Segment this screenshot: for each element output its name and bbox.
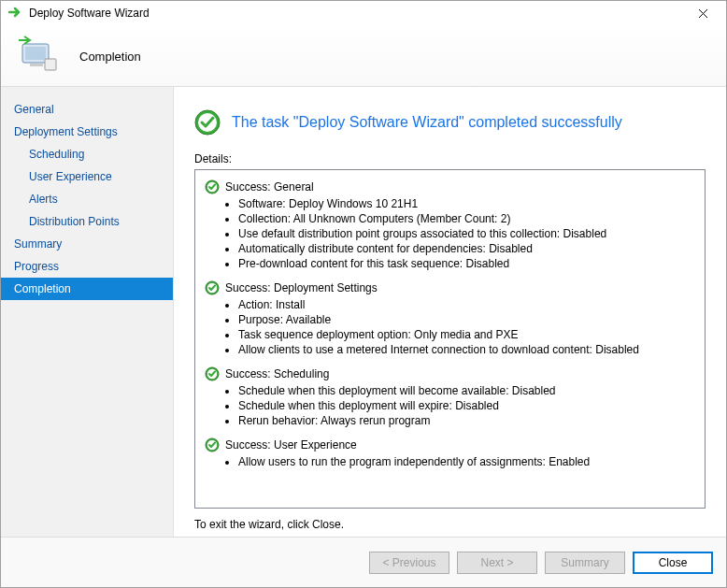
previous-button: < Previous bbox=[369, 552, 449, 574]
details-section: Success: User ExperienceAllow users to r… bbox=[205, 437, 695, 469]
section-item: Task sequence deployment option: Only me… bbox=[238, 327, 695, 342]
section-title-text: Success: Scheduling bbox=[225, 366, 329, 381]
success-check-icon bbox=[205, 179, 220, 194]
sidebar-item-general[interactable]: General bbox=[1, 98, 173, 121]
svg-rect-3 bbox=[30, 64, 43, 66]
section-item: Automatically distribute content for dep… bbox=[238, 241, 695, 256]
section-items: Allow users to run the program independe… bbox=[238, 454, 695, 469]
details-section: Success: GeneralSoftware: Deploy Windows… bbox=[205, 179, 695, 271]
section-item: Rerun behavior: Always rerun program bbox=[238, 413, 695, 428]
success-check-icon bbox=[194, 109, 221, 136]
section-item: Collection: All Unknown Computers (Membe… bbox=[238, 211, 695, 226]
section-item: Schedule when this deployment will expir… bbox=[238, 398, 695, 413]
section-items: Software: Deploy Windows 10 21H1Collecti… bbox=[238, 196, 695, 271]
section-items: Action: InstallPurpose: AvailableTask se… bbox=[238, 297, 695, 357]
section-items: Schedule when this deployment will becom… bbox=[238, 383, 695, 428]
nav-sidebar: GeneralDeployment SettingsSchedulingUser… bbox=[1, 87, 174, 537]
success-check-icon bbox=[205, 437, 220, 452]
svg-rect-1 bbox=[25, 47, 46, 60]
details-section: Success: Deployment SettingsAction: Inst… bbox=[205, 280, 695, 357]
section-item: Allow clients to use a metered Internet … bbox=[238, 342, 695, 357]
section-title: Success: General bbox=[205, 179, 695, 194]
sidebar-item-progress[interactable]: Progress bbox=[1, 255, 173, 278]
section-title: Success: Scheduling bbox=[205, 366, 695, 381]
sidebar-item-distribution-points[interactable]: Distribution Points bbox=[1, 210, 173, 233]
sidebar-item-summary[interactable]: Summary bbox=[1, 233, 173, 255]
app-arrow-icon bbox=[8, 5, 23, 22]
section-title-text: Success: Deployment Settings bbox=[225, 280, 378, 295]
title-bar: Deploy Software Wizard bbox=[1, 1, 726, 26]
details-section: Success: SchedulingSchedule when this de… bbox=[205, 366, 695, 428]
close-button[interactable]: Close bbox=[633, 552, 713, 574]
summary-button: Summary bbox=[545, 552, 625, 574]
sidebar-item-alerts[interactable]: Alerts bbox=[1, 188, 173, 210]
exit-instruction: To exit the wizard, click Close. bbox=[194, 518, 706, 531]
wizard-window: Deploy Software Wizard Completion Genera… bbox=[0, 0, 727, 588]
computer-deploy-icon bbox=[16, 34, 61, 79]
sidebar-item-scheduling[interactable]: Scheduling bbox=[1, 143, 173, 165]
sidebar-item-user-experience[interactable]: User Experience bbox=[1, 165, 173, 188]
sidebar-item-deployment-settings[interactable]: Deployment Settings bbox=[1, 121, 173, 143]
section-item: Schedule when this deployment will becom… bbox=[238, 383, 695, 398]
wizard-body: GeneralDeployment SettingsSchedulingUser… bbox=[1, 87, 726, 537]
section-title-text: Success: User Experience bbox=[225, 437, 357, 452]
section-item: Purpose: Available bbox=[238, 312, 695, 327]
success-check-icon bbox=[205, 280, 220, 295]
section-item: Pre-download content for this task seque… bbox=[238, 256, 695, 271]
section-title: Success: User Experience bbox=[205, 437, 695, 452]
sidebar-item-completion[interactable]: Completion bbox=[1, 278, 173, 300]
completion-header: The task "Deploy Software Wizard" comple… bbox=[194, 109, 706, 136]
section-item: Software: Deploy Windows 10 21H1 bbox=[238, 196, 695, 211]
wizard-header: Completion bbox=[1, 26, 726, 87]
section-title-text: Success: General bbox=[225, 179, 314, 194]
svg-rect-2 bbox=[45, 59, 56, 70]
main-panel: The task "Deploy Software Wizard" comple… bbox=[174, 87, 726, 537]
success-check-icon bbox=[205, 366, 220, 381]
details-label: Details: bbox=[194, 152, 706, 165]
window-close-button[interactable] bbox=[684, 1, 721, 26]
section-title: Success: Deployment Settings bbox=[205, 280, 695, 295]
close-icon bbox=[698, 8, 708, 19]
success-message: The task "Deploy Software Wizard" comple… bbox=[232, 114, 622, 131]
section-item: Use default distribution point groups as… bbox=[238, 226, 695, 241]
section-item: Allow users to run the program independe… bbox=[238, 454, 695, 469]
details-box[interactable]: Success: GeneralSoftware: Deploy Windows… bbox=[194, 169, 706, 509]
page-heading: Completion bbox=[79, 50, 141, 64]
wizard-footer: < Previous Next > Summary Close bbox=[1, 537, 726, 587]
next-button: Next > bbox=[457, 552, 537, 574]
section-item: Action: Install bbox=[238, 297, 695, 312]
window-title: Deploy Software Wizard bbox=[29, 7, 150, 20]
